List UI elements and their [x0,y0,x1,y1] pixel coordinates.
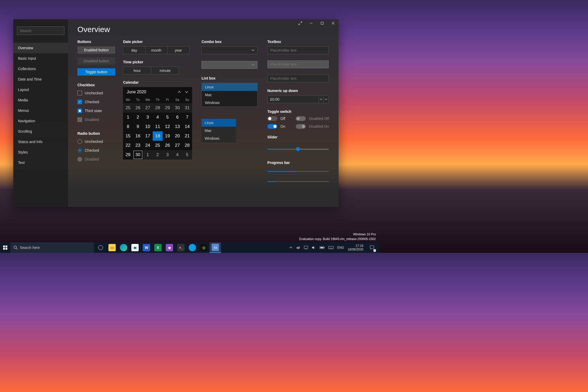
slider[interactable] [267,146,329,152]
date-picker-year[interactable]: year [168,47,189,54]
taskbar-store-icon[interactable] [129,242,141,253]
calendar-next-icon[interactable] [185,91,188,93]
calendar-day[interactable]: 28 [182,141,192,150]
calendar-day[interactable]: 4 [153,113,163,122]
calendar-day[interactable]: 5 [163,113,173,122]
calendar-day[interactable]: 9 [133,122,143,131]
calendar-day[interactable]: 30 [133,150,143,160]
sidebar-item-styles[interactable]: Styles [13,147,68,157]
calendar-day[interactable]: 1 [143,150,153,160]
sidebar-item-media[interactable]: Media [13,95,68,105]
calendar-day[interactable]: 26 [163,141,173,150]
sidebar-item-status-and-info[interactable]: Status and Info [13,137,68,147]
taskbar-search[interactable]: Search here [10,242,94,253]
textbox-2[interactable] [267,75,329,82]
calendar-day[interactable]: 2 [153,150,163,160]
list-item[interactable]: Windows [201,134,236,142]
calendar-day[interactable]: 2 [133,113,143,122]
calendar-day[interactable]: 8 [123,122,133,131]
tray-onedrive-icon[interactable] [296,246,300,249]
taskbar-cortana-icon[interactable] [95,242,106,253]
enabled-button[interactable]: Enabled button [77,46,115,54]
radio-unchecked[interactable]: Unchecked [77,139,115,144]
list-item[interactable]: Mac [202,91,257,99]
back-two-way-icon[interactable] [295,19,306,27]
combo-box[interactable] [201,46,258,54]
taskbar-explorer-icon[interactable]: ▭ [106,242,118,253]
calendar-day[interactable]: 27 [172,141,182,150]
sidebar-item-menus[interactable]: Menus [13,105,68,116]
start-button[interactable] [0,242,10,253]
calendar-day[interactable]: 25 [123,103,133,113]
maximize-button[interactable] [317,19,328,27]
toggle-on[interactable]: On [267,124,285,129]
calendar-day[interactable]: 20 [172,131,182,141]
calendar-day[interactable]: 10 [143,122,153,131]
time-picker[interactable]: hour minute [123,67,179,75]
radio-checked[interactable]: Checked [77,148,115,153]
sidebar-item-collections[interactable]: Collections [13,64,68,74]
toggle-button[interactable]: Toggle button [77,68,115,76]
slider-thumb[interactable] [296,147,300,151]
checkbox-checked[interactable]: ✓Checked [77,100,115,104]
calendar-header[interactable]: June 2020 [127,90,177,94]
list-item[interactable]: Mac [201,127,236,134]
tray-clock[interactable]: 17:19 18/06/2020 [348,244,363,252]
calendar-day[interactable]: 5 [182,150,192,160]
sidebar-item-scrolling[interactable]: Scrolling [13,126,68,137]
calendar-day[interactable]: 27 [143,103,153,113]
taskbar-running-app-icon[interactable]: ▭ [210,242,221,253]
calendar-day[interactable]: 18 [153,131,163,141]
numeric-up-down[interactable] [267,95,329,103]
sidebar-item-basic-input[interactable]: Basic Input [13,53,68,64]
calendar-day[interactable]: 19 [163,131,173,141]
taskbar-excel-icon[interactable]: X [152,242,164,253]
taskbar-terminal-icon[interactable]: >_ [175,242,187,253]
taskbar-app-green-icon[interactable]: ◎ [198,242,210,253]
calendar-day[interactable]: 13 [172,122,182,131]
date-picker[interactable]: day month year [123,46,189,54]
textbox[interactable] [267,46,329,54]
calendar-prev-icon[interactable] [177,91,181,93]
calendar-day[interactable]: 25 [153,141,163,150]
sidebar-item-layout[interactable]: Layout [13,84,68,95]
calendar-day[interactable]: 14 [182,122,192,131]
time-picker-hour[interactable]: hour [123,67,151,74]
calendar-day[interactable]: 15 [123,131,133,141]
calendar-day[interactable]: 1 [123,113,133,122]
calendar-day[interactable]: 21 [182,131,192,141]
list-item[interactable]: Linux [202,83,257,91]
time-picker-minute[interactable]: minute [151,67,179,74]
minimize-button[interactable] [306,19,317,27]
calendar-day[interactable]: 30 [172,103,182,113]
calendar-day[interactable]: 26 [133,103,143,113]
calendar-day[interactable]: 17 [143,131,153,141]
list-item[interactable]: Windows [202,99,257,107]
close-button[interactable] [328,19,339,27]
calendar-day[interactable]: 24 [143,141,153,150]
calendar-day[interactable]: 31 [182,103,192,113]
checkbox-third-state[interactable]: Third state [77,108,115,113]
calendar-day[interactable]: 12 [163,122,173,131]
calendar-day[interactable]: 29 [123,150,133,160]
numeric-up-icon[interactable] [319,95,324,103]
calendar-day[interactable]: 29 [163,103,173,113]
calendar-day[interactable]: 3 [163,150,173,160]
sidebar-item-date-and-time[interactable]: Date and Time [13,74,68,84]
taskbar-word-icon[interactable]: W [141,242,152,253]
sidebar-search-input[interactable] [17,27,64,35]
list-box[interactable]: LinuxMacWindows [201,83,258,107]
calendar[interactable]: June 2020 MoTuWeThFrSaSu 252627282930311… [123,87,192,160]
calendar-day[interactable]: 11 [153,122,163,131]
tray-language[interactable]: ENG [337,246,344,249]
numeric-down-icon[interactable] [324,95,329,103]
calendar-day[interactable]: 7 [182,113,192,122]
calendar-day[interactable]: 6 [172,113,182,122]
tray-keyboard-icon[interactable] [328,246,334,249]
taskbar-edge-icon[interactable] [118,242,129,253]
numeric-input[interactable] [267,95,319,103]
sidebar-item-overview[interactable]: Overview [13,43,68,53]
calendar-day[interactable]: 22 [123,141,133,150]
list-item[interactable]: Linux [201,119,236,127]
tray-action-center-icon[interactable]: 7 [367,242,377,253]
